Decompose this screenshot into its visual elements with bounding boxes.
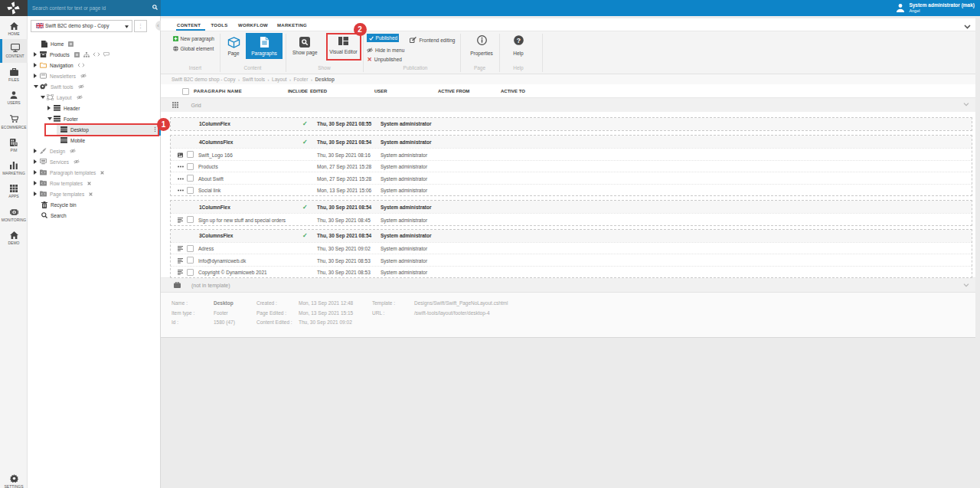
svg-text:?: ? <box>516 36 520 44</box>
